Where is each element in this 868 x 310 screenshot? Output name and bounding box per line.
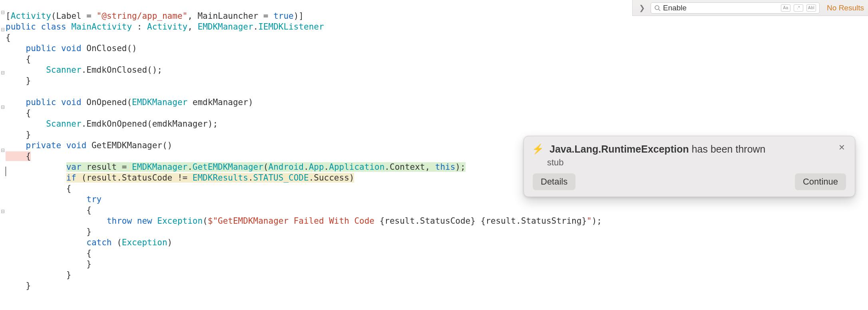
code-line: Scanner.EmdkOnClosed(); [6,65,162,75]
code-line: throw new Exception($"GetEMDKManager Fai… [6,216,602,226]
exception-title: Java.Lang.RuntimeException has been thro… [549,143,831,155]
code-line: { [6,54,31,64]
fold-toggle[interactable]: ⊟ [0,27,6,32]
code-line: public void OnOpened(EMDKManager emdkMan… [6,97,253,107]
code-line: } [6,227,92,236]
code-line: private void GetEMDKManager() [6,141,172,150]
code-line: } [6,270,71,280]
continue-button[interactable]: Continue [795,173,846,190]
code-line: } [6,130,31,139]
fold-toggle[interactable]: ⊟ [0,10,6,15]
exception-popup: ⚡ Java.Lang.RuntimeException has been th… [524,136,855,197]
code-line: public class MainActivity : Activity, EM… [6,22,324,32]
lightning-icon: ⚡ [532,143,544,155]
code-line: [Activity(Label = "@string/app_name", Ma… [6,11,304,21]
fold-toggle[interactable]: ⊟ [0,209,6,214]
code-line: } [6,281,31,290]
code-line: var result = EMDKManager.GetEMDKManager(… [6,162,466,172]
text-caret [6,167,6,176]
code-line: { [6,184,71,193]
code-line: try [6,195,102,204]
code-line: } [6,259,92,269]
fold-toggle[interactable]: ⊟ [0,70,6,76]
exception-message: stub [547,157,847,168]
code-line: { [6,151,31,161]
details-button[interactable]: Details [533,173,575,190]
code-line: { [6,33,11,42]
fold-gutter: ⊟ ⊟ ⊟ ⊟ ⊟ ⊟ [0,0,6,310]
code-line: catch (Exception) [6,238,172,247]
code-line: Scanner.EmdkOnOpened(emdkManager); [6,119,218,129]
code-line: { [6,108,31,118]
code-line: { [6,248,92,258]
fold-toggle[interactable]: ⊟ [0,147,6,153]
code-line: public void OnClosed() [6,44,137,53]
fold-toggle[interactable]: ⊟ [0,104,6,110]
code-line: { [6,205,92,215]
code-line: if (result.StatusCode != EMDKResults.STA… [6,173,354,183]
close-icon[interactable]: ✕ [837,143,847,151]
code-line: } [6,76,31,85]
